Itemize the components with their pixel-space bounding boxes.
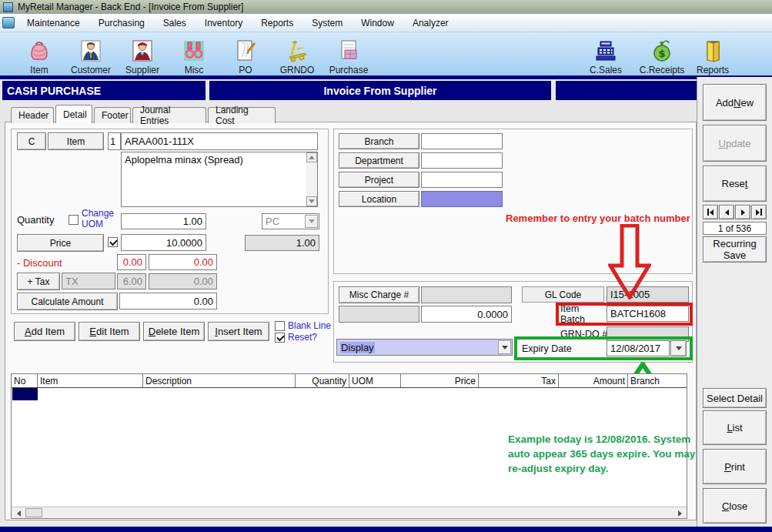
reset-button[interactable]: Reset (703, 166, 767, 202)
toolbar-item-button[interactable]: Item (14, 35, 65, 75)
grid-scroll-left-icon[interactable] (14, 509, 23, 517)
scroll-down-icon[interactable] (306, 196, 317, 206)
location-button[interactable]: Location (339, 191, 419, 207)
c-button[interactable]: C (17, 132, 46, 150)
tax-button[interactable]: + Tax (17, 273, 60, 290)
grid-col-uom[interactable]: UOM (349, 374, 401, 387)
menu-analyzer[interactable]: Analyzer (403, 16, 458, 30)
expiry-dropdown-arrow-icon[interactable] (670, 340, 687, 356)
line-number-field[interactable]: 1 (108, 132, 121, 150)
select-detail-button[interactable]: Select Detail (703, 388, 767, 408)
reports-folder-icon (700, 38, 725, 63)
grid-hscrollbar[interactable] (12, 507, 687, 518)
grid-scroll-right-icon[interactable] (675, 509, 684, 517)
tab-detail[interactable]: Detail (55, 105, 92, 123)
delete-item-button[interactable]: Delete Item (143, 322, 205, 341)
grid-col-amount[interactable]: Amount (559, 374, 628, 387)
grid-col-branch[interactable]: Branch (628, 374, 687, 387)
nav-first-button[interactable] (703, 205, 718, 219)
add-item-button[interactable]: Add Item (14, 322, 75, 341)
tab-landing-cost[interactable]: Landing Cost (208, 107, 276, 123)
menu-sales[interactable]: Sales (154, 16, 196, 30)
grid-col-item[interactable]: Item (38, 374, 143, 387)
tab-footer[interactable]: Footer (94, 107, 131, 123)
project-button[interactable]: Project (339, 172, 419, 188)
bag-icon (27, 38, 52, 63)
grid-col-tax[interactable]: Tax (479, 374, 559, 387)
list-button[interactable]: List (703, 410, 767, 445)
app-icon (3, 2, 13, 12)
display-dropdown-arrow-icon[interactable] (498, 340, 511, 354)
grid-col-quantity[interactable]: Quantity (296, 374, 349, 387)
toolbar-csales-button[interactable]: C.Sales (579, 35, 633, 75)
nav-prev-button[interactable] (719, 205, 734, 219)
discount-label: - Discount (17, 256, 62, 269)
menu-window[interactable]: Window (352, 16, 403, 30)
description-scrollbar[interactable] (306, 152, 317, 206)
toolbar-creceipts-button[interactable]: $ C.Receipts (633, 35, 691, 75)
menu-system[interactable]: System (302, 16, 352, 30)
toolbar-reports-button[interactable]: Reports (690, 35, 736, 75)
item-description-field[interactable]: Aplopelma minax (Spread) (121, 152, 318, 207)
toolbar-purchase-button[interactable]: Purchase (323, 35, 374, 75)
uom-dropdown-arrow-icon[interactable] (305, 215, 318, 228)
menu-inventory[interactable]: Inventory (196, 16, 252, 30)
insert-item-button[interactable]: Insert Item (208, 322, 269, 341)
blank-line-checkbox[interactable] (275, 321, 285, 331)
project-field[interactable] (421, 172, 503, 188)
grid-selected-cell[interactable] (12, 388, 38, 400)
toolbar-supplier-button[interactable]: Supplier (117, 35, 168, 75)
department-field[interactable] (421, 152, 503, 169)
change-uom-label: Change UOM (82, 208, 114, 229)
item-lookup-button[interactable]: Item (48, 132, 104, 150)
menu-bar: Maintenance Purchasing Sales Inventory R… (0, 14, 772, 32)
print-button[interactable]: Print (703, 449, 767, 484)
calculated-amount-field[interactable]: 0.00 (119, 293, 217, 309)
menu-maintenance[interactable]: Maintenance (18, 16, 89, 30)
recurring-save-button[interactable]: RecurringSave (703, 236, 767, 263)
discount-amount-field[interactable]: 0.00 (149, 254, 217, 270)
toolbar-misc-button[interactable]: Misc (169, 35, 219, 75)
grid-col-description[interactable]: Description (143, 374, 296, 387)
nav-last-button[interactable] (751, 205, 767, 219)
reset-checkbox[interactable] (275, 333, 285, 343)
child-window-icon[interactable] (2, 17, 15, 28)
tab-journal-entries[interactable]: Journal Entries (132, 107, 206, 123)
display-dropdown[interactable]: Display (336, 339, 513, 356)
grid-col-no[interactable]: No (12, 374, 38, 387)
misc-amount-field[interactable]: 0.0000 (421, 306, 512, 323)
scroll-up-icon[interactable] (306, 152, 317, 162)
toolbar-po-button[interactable]: PO (220, 35, 271, 75)
grid-col-price[interactable]: Price (401, 374, 479, 387)
purchase-doc-icon (336, 38, 361, 63)
menu-reports[interactable]: Reports (252, 16, 302, 30)
branch-button[interactable]: Branch (339, 133, 419, 149)
item-code-field[interactable]: ARAA001-111X (121, 132, 318, 150)
price-button[interactable]: Price (17, 234, 104, 252)
discount-percent-field[interactable]: 0.00 (117, 254, 146, 270)
location-field[interactable] (421, 191, 503, 207)
calculate-amount-button[interactable]: Calculate Amount (17, 293, 118, 310)
update-button[interactable]: Update (703, 125, 767, 162)
branch-field[interactable] (421, 133, 503, 149)
department-button[interactable]: Department (339, 152, 419, 169)
quantity-field[interactable]: 1.00 (121, 213, 206, 229)
nav-next-button[interactable] (735, 205, 750, 219)
close-button[interactable]: Close (703, 488, 767, 524)
price-checkbox[interactable] (108, 237, 118, 247)
menu-purchasing[interactable]: Purchasing (89, 16, 154, 30)
expiry-date-field[interactable]: 12/08/2017 (607, 340, 670, 356)
grid-scroll-thumb[interactable] (25, 508, 42, 517)
edit-item-button[interactable]: Edit Item (79, 322, 140, 341)
svg-text:$: $ (658, 48, 665, 59)
misc-charge-button[interactable]: Misc Charge # (339, 286, 419, 303)
toolbar-grndo-button[interactable]: GRNDO (272, 35, 323, 75)
toolbar-customer-button[interactable]: Customer (65, 35, 116, 75)
change-uom-checkbox[interactable] (69, 215, 79, 225)
add-new-button[interactable]: Add New (703, 84, 767, 121)
uom-dropdown[interactable]: PC (262, 213, 319, 229)
customer-icon (79, 38, 103, 63)
price-field[interactable]: 10.0000 (121, 234, 206, 251)
item-batch-field[interactable]: BATCH1608 (607, 306, 689, 322)
tab-header[interactable]: Header (11, 107, 54, 123)
